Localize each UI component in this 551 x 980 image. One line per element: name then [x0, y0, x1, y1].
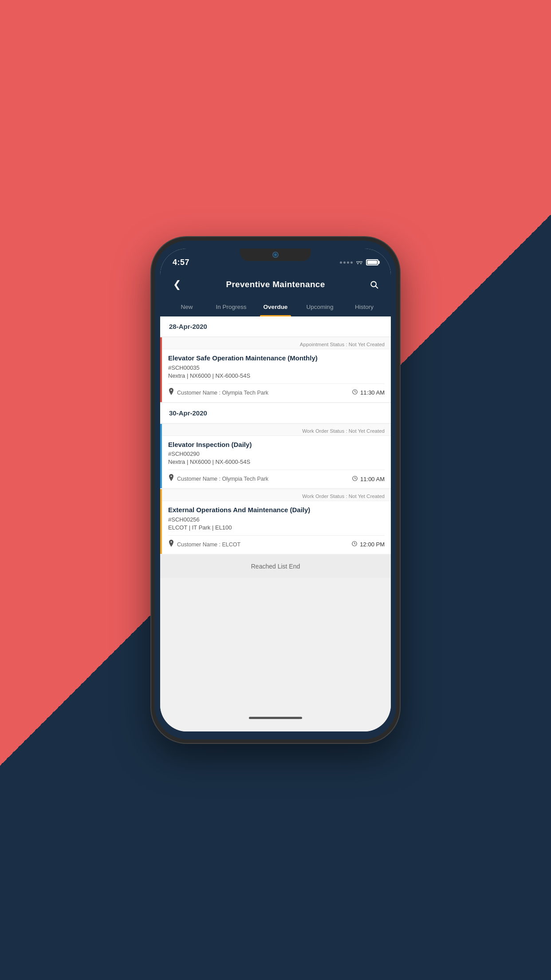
card-body-3: External Operations And Maintenance (Dai… [162, 501, 391, 554]
card-location-3: Customer Name : ELCOT [168, 540, 240, 549]
card-footer-2: Customer Name : Olympia Tech Park 11:00 [168, 470, 385, 484]
list-item[interactable]: Work Order Status : Not Yet Created Exte… [160, 489, 391, 554]
appointment-status-1: Appointment Status : Not Yet Created [162, 337, 391, 349]
card-location-2: Customer Name : Olympia Tech Park [168, 474, 268, 484]
card-time-text-3: 12:00 PM [360, 541, 385, 548]
tab-bar: New In Progress Overdue Upcoming History [160, 297, 391, 316]
signal-icon [340, 261, 353, 264]
card-equipment-2: Nextra | NX6000 | NX-6000-54S [168, 458, 385, 465]
status-time: 4:57 [173, 258, 189, 267]
date-header-2: 30-Apr-2020 [160, 403, 391, 423]
card-time-3: 12:00 PM [351, 541, 385, 548]
card-equipment-1: Nextra | NX6000 | NX-6000-54S [168, 372, 385, 379]
svg-line-1 [376, 286, 378, 288]
pin-icon-1 [168, 388, 174, 398]
clock-icon-2 [352, 475, 358, 483]
card-location-1: Customer Name : Olympia Tech Park [168, 388, 268, 398]
card-time-text-2: 11:00 AM [360, 476, 385, 482]
work-order-status-1: Work Order Status : Not Yet Created [162, 424, 391, 436]
home-indicator [249, 717, 302, 719]
tab-in-progress[interactable]: In Progress [209, 297, 253, 316]
pin-icon-3 [168, 540, 174, 549]
work-order-status-2: Work Order Status : Not Yet Created [162, 489, 391, 501]
card-title-1: Elevator Safe Operation Maintenance (Mon… [168, 354, 385, 363]
date-header-1: 28-Apr-2020 [160, 316, 391, 336]
card-body-1: Elevator Safe Operation Maintenance (Mon… [162, 349, 391, 402]
card-title-3: External Operations And Maintenance (Dai… [168, 506, 385, 514]
card-time-text-1: 11:30 AM [360, 389, 385, 396]
card-time-2: 11:00 AM [352, 475, 385, 483]
card-time-1: 11:30 AM [352, 389, 385, 396]
tab-new[interactable]: New [165, 297, 209, 316]
back-button[interactable]: ❮ [169, 277, 185, 292]
card-id-3: #SCH00256 [168, 516, 385, 523]
list-item[interactable]: Appointment Status : Not Yet Created Ele… [160, 337, 391, 402]
tab-upcoming[interactable]: Upcoming [298, 297, 342, 316]
list-end: Reached List End [160, 555, 391, 578]
card-title-2: Elevator Inspection (Daily) [168, 440, 385, 449]
card-id-2: #SCH00290 [168, 450, 385, 457]
battery-icon [366, 259, 378, 265]
pin-icon-2 [168, 474, 174, 484]
card-customer-3: Customer Name : ELCOT [177, 541, 240, 548]
card-customer-2: Customer Name : Olympia Tech Park [177, 476, 268, 482]
card-equipment-3: ELCOT | IT Park | EL100 [168, 524, 385, 531]
card-footer-3: Customer Name : ELCOT 12:00 PM [168, 535, 385, 549]
search-button[interactable] [366, 277, 382, 292]
page-title: Preventive Maintenance [226, 280, 325, 289]
wifi-icon: ▿▿ [356, 259, 362, 266]
clock-icon-3 [351, 541, 358, 548]
tab-history[interactable]: History [342, 297, 386, 316]
header: ❮ Preventive Maintenance [160, 272, 391, 297]
status-icons: ▿▿ [340, 259, 378, 266]
list-item[interactable]: Work Order Status : Not Yet Created Elev… [160, 424, 391, 489]
content-area: 28-Apr-2020 Appointment Status : Not Yet… [160, 316, 391, 731]
card-customer-1: Customer Name : Olympia Tech Park [177, 390, 268, 396]
clock-icon-1 [352, 389, 358, 396]
card-footer-1: Customer Name : Olympia Tech Park 11:30 [168, 383, 385, 398]
card-body-2: Elevator Inspection (Daily) #SCH00290 Ne… [162, 436, 391, 489]
card-id-1: #SCH00035 [168, 364, 385, 371]
tab-overdue[interactable]: Overdue [253, 297, 298, 316]
